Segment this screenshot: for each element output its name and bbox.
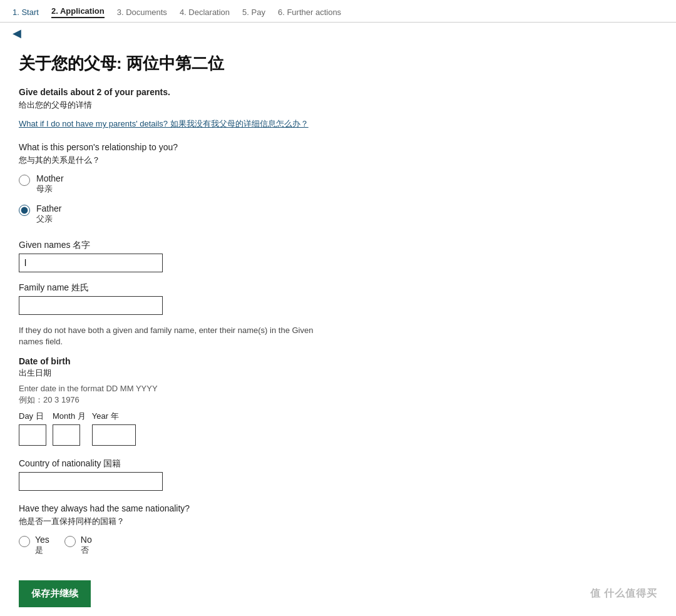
nationality-input[interactable]: [19, 472, 163, 491]
nationality-label: Country of nationality 国籍: [19, 458, 432, 470]
radio-yes[interactable]: Yes 是: [19, 535, 49, 556]
dob-day-input[interactable]: [19, 424, 46, 446]
given-names-label: Given names 名字: [19, 240, 432, 251]
radio-no-en: No: [81, 535, 92, 545]
dob-fields-row: Day 日 Month 月 Year 年: [19, 411, 432, 446]
radio-no[interactable]: No 否: [64, 535, 92, 556]
family-name-label: Family name 姓氏: [19, 282, 432, 294]
step-2: 2. Application: [51, 6, 105, 18]
name-hint: If they do not have both a given and fam…: [19, 325, 319, 347]
nationality-section: Country of nationality 国籍: [19, 458, 432, 491]
no-parents-link[interactable]: What if I do not have my parents' detail…: [19, 118, 432, 130]
radio-yes-en: Yes: [35, 535, 49, 545]
footer-bar: 保存并继续 值 什么值得买: [0, 572, 676, 616]
given-names-input[interactable]: [19, 254, 163, 272]
dob-month-input[interactable]: [53, 424, 80, 446]
dob-example: 例如：20 3 1976: [19, 394, 432, 406]
step-3: 3. Documents: [117, 8, 167, 17]
dob-year-input[interactable]: [92, 424, 136, 446]
dob-day-group: Day 日: [19, 411, 46, 446]
family-name-group: Family name 姓氏: [19, 282, 432, 315]
radio-no-cn: 否: [81, 545, 92, 556]
dob-day-label: Day 日: [19, 411, 46, 422]
main-content: 关于您的父母: 两位中第二位 Give details about 2 of y…: [0, 46, 451, 616]
radio-yes-cn: 是: [35, 545, 49, 556]
radio-father-label-en: Father: [36, 203, 61, 213]
relationship-radio-group: Mother 母亲 Father 父亲: [19, 173, 432, 225]
step-1[interactable]: 1. Start: [13, 8, 39, 17]
same-nationality-section: Have they always had the same nationalit…: [19, 503, 432, 556]
radio-mother-label-cn: 母亲: [36, 183, 64, 195]
step-4: 4. Declaration: [180, 8, 230, 17]
back-arrow[interactable]: ◀: [13, 26, 21, 40]
radio-mother[interactable]: Mother 母亲: [19, 173, 432, 195]
radio-mother-label-en: Mother: [36, 173, 64, 183]
dob-title-cn: 出生日期: [19, 367, 432, 379]
save-continue-button[interactable]: 保存并继续: [19, 580, 91, 607]
intro-en: Give details about 2 of your parents.: [19, 87, 432, 97]
radio-yes-input[interactable]: [19, 536, 30, 547]
intro-cn: 给出您的父母的详情: [19, 100, 432, 111]
same-nationality-radio-group: Yes 是 No 否: [19, 535, 432, 556]
page-title: 关于您的父母: 两位中第二位: [19, 53, 432, 74]
dob-year-group: Year 年: [92, 411, 136, 446]
radio-mother-input[interactable]: [19, 175, 30, 186]
step-6: 6. Further actions: [278, 8, 341, 17]
relationship-question-cn: 您与其的关系是什么？: [19, 155, 432, 166]
given-names-group: Given names 名字: [19, 240, 432, 272]
radio-father[interactable]: Father 父亲: [19, 203, 432, 225]
dob-hint-en: Enter date in the format DD MM YYYY: [19, 384, 432, 393]
radio-father-input[interactable]: [19, 205, 30, 216]
family-name-input[interactable]: [19, 296, 163, 315]
dob-title-en: Date of birth: [19, 356, 432, 366]
radio-father-label-cn: 父亲: [36, 213, 61, 225]
progress-bar: 1. Start 2. Application 3. Documents 4. …: [0, 0, 676, 23]
radio-no-input[interactable]: [64, 536, 76, 547]
dob-section: Date of birth 出生日期 Enter date in the for…: [19, 356, 432, 446]
dob-month-label: Month 月: [53, 411, 86, 422]
step-5: 5. Pay: [242, 8, 265, 17]
dob-year-label: Year 年: [92, 411, 136, 422]
same-nationality-question-cn: 他是否一直保持同样的国籍？: [19, 516, 432, 527]
same-nationality-question-en: Have they always had the same nationalit…: [19, 503, 432, 513]
relationship-question-en: What is this person's relationship to yo…: [19, 142, 432, 152]
dob-month-group: Month 月: [53, 411, 86, 446]
watermark: 值 什么值得买: [590, 587, 657, 600]
